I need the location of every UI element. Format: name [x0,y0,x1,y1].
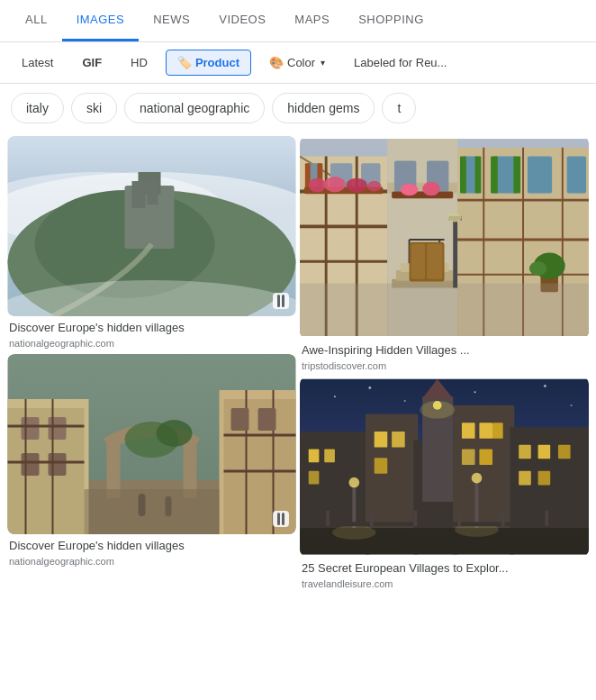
svg-point-97 [368,386,371,389]
image-card-1[interactable]: Discover Europe's hidden villages nation… [7,136,296,350]
filter-labeled[interactable]: Labeled for Reu... [343,50,457,75]
filter-bar: Latest GIF HD 🏷️ Product 🎨 Color ▾ Label… [0,42,596,84]
svg-point-99 [474,392,476,394]
svg-rect-113 [309,471,320,485]
svg-rect-82 [528,157,552,194]
filter-gif[interactable]: GIF [71,50,113,75]
product-label: Product [195,56,239,69]
chip-hidden-gems[interactable]: hidden gems [272,93,375,123]
svg-rect-140 [545,511,548,527]
svg-point-130 [472,473,483,484]
image-caption-3: Discover Europe's hidden villages nation… [7,534,296,568]
image-caption-4: 25 Secret European Villages to Explor...… [300,557,589,591]
svg-rect-126 [538,471,551,486]
svg-rect-37 [85,489,220,534]
image-3-thumbnail [7,354,296,534]
svg-rect-16 [49,417,67,440]
svg-point-53 [309,178,326,193]
svg-rect-123 [538,445,551,459]
filter-color[interactable]: 🎨 Color ▾ [258,50,336,75]
svg-rect-118 [479,423,492,440]
image-source-2: tripstodiscover.com [302,360,587,371]
image-1-thumbnail [7,136,296,316]
image-col-2: Awe-Inspiring Hidden Villages ... tripst… [300,136,589,591]
image-grid: Discover Europe's hidden villages nation… [0,132,596,595]
svg-point-55 [347,178,367,193]
svg-rect-136 [370,511,374,527]
tab-videos[interactable]: VIDEOS [204,0,280,41]
svg-point-54 [324,177,345,193]
tab-maps[interactable]: MAPS [280,0,344,41]
image-2-thumbnail [300,136,589,339]
chip-national-geographic[interactable]: national geographic [124,93,265,123]
filter-hd[interactable]: HD [120,50,158,75]
image-title-4: 25 Secret European Villages to Explor... [302,560,587,577]
image-card-2[interactable]: Awe-Inspiring Hidden Villages ... tripst… [300,136,589,373]
svg-rect-84 [460,157,466,194]
svg-rect-67 [427,244,443,279]
color-icon: 🎨 [269,56,284,69]
svg-point-90 [529,261,546,276]
svg-point-128 [348,477,359,488]
svg-rect-135 [326,511,330,527]
svg-rect-85 [475,157,482,194]
svg-point-34 [157,420,193,447]
svg-rect-83 [567,157,586,194]
svg-rect-124 [558,445,571,459]
svg-point-56 [367,181,382,192]
svg-point-132 [332,525,376,540]
slideshow-indicator-3 [273,511,289,527]
chip-more-label: t [397,101,401,115]
svg-point-71 [401,184,418,196]
product-icon: 🏷️ [177,56,192,69]
svg-rect-92 [453,218,457,288]
nav-tabs: ALL IMAGES NEWS VIDEOS MAPS SHOPPING [0,0,596,42]
svg-rect-29 [231,408,249,431]
image-caption-1: Discover Europe's hidden villages nation… [7,316,296,350]
svg-rect-125 [519,471,531,486]
image-source-3: nationalgeographic.com [9,556,294,567]
svg-rect-112 [324,450,335,463]
svg-point-72 [422,182,439,196]
svg-rect-116 [375,458,388,474]
image-caption-2: Awe-Inspiring Hidden Villages ... tripst… [300,339,589,373]
image-title-2: Awe-Inspiring Hidden Villages ... [302,342,587,359]
tab-images[interactable]: IMAGES [62,0,140,41]
svg-point-98 [404,400,406,402]
tab-shopping[interactable]: SHOPPING [344,0,438,41]
chip-more[interactable]: t [382,93,416,123]
svg-rect-114 [375,432,388,448]
svg-rect-91 [300,284,589,336]
svg-rect-121 [479,450,492,466]
svg-rect-122 [519,445,531,459]
chip-ski[interactable]: ski [71,93,117,123]
chip-italy[interactable]: italy [11,93,64,123]
tab-all[interactable]: ALL [11,0,62,41]
svg-rect-86 [491,157,498,194]
svg-rect-139 [501,511,505,527]
image-card-3[interactable]: Discover Europe's hidden villages nation… [7,354,296,568]
svg-point-94 [447,214,462,223]
svg-rect-30 [258,408,276,431]
filter-latest[interactable]: Latest [11,50,64,75]
svg-point-96 [334,395,336,397]
svg-rect-120 [462,450,475,466]
svg-rect-66 [411,244,426,279]
svg-rect-111 [309,450,320,463]
image-card-4[interactable]: 25 Secret European Villages to Explor...… [300,377,589,591]
image-title-3: Discover Europe's hidden villages [9,538,294,554]
slideshow-indicator-1 [273,293,289,309]
chips-bar: italy ski national geographic hidden gem… [0,84,596,132]
tab-news[interactable]: NEWS [139,0,204,41]
image-4-thumbnail [300,377,589,557]
image-title-1: Discover Europe's hidden villages [9,320,294,336]
gif-label: GIF [82,56,102,69]
filter-product[interactable]: 🏷️ Product [166,50,251,76]
svg-rect-117 [462,423,475,440]
svg-rect-138 [457,511,461,527]
svg-rect-15 [22,417,40,440]
svg-point-100 [544,385,546,387]
svg-rect-119 [492,423,503,440]
svg-point-101 [571,405,573,406]
svg-rect-115 [392,432,405,448]
